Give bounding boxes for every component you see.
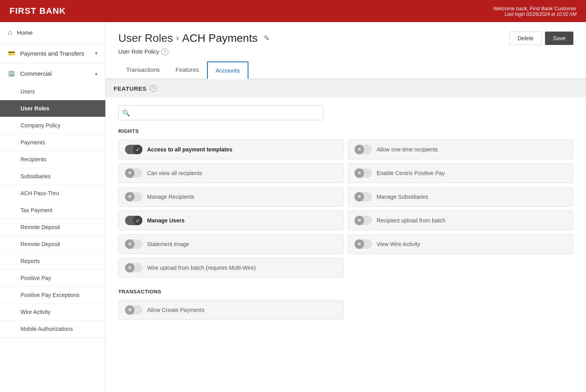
- features-title: FEATURES: [114, 85, 147, 92]
- breadcrumb-parent[interactable]: User Roles: [118, 32, 173, 45]
- sidebar: ⌂ Home 💳 Payments and Transfers ▾ 🏢 Comm…: [0, 22, 106, 392]
- sidebar-item-reports[interactable]: Reports: [0, 253, 105, 270]
- sidebar-item-users[interactable]: Users: [0, 83, 105, 100]
- toggle-label-recipient-upload: Recipient upload from batch: [377, 217, 445, 224]
- user-role-policy: User Role Policy ?: [106, 48, 586, 62]
- header-welcome: Welcome back, First Bank Customer Last l…: [493, 6, 577, 17]
- rights-title: RIGHTS: [118, 128, 573, 134]
- transactions-grid: ✕ Allow Create Payments: [118, 300, 573, 320]
- content-header: User Roles › ACH Payments ✎ Delete Save: [106, 22, 586, 48]
- chevron-down-icon: ▾: [95, 50, 97, 56]
- toggle-can-view-recipients[interactable]: ✕: [125, 168, 142, 178]
- toggle-statement-image[interactable]: ✕: [125, 239, 142, 249]
- list-item: ✓ Manage Users: [118, 211, 344, 230]
- search-icon: 🔍: [122, 109, 130, 117]
- list-item: ✕ Recipient upload from batch: [348, 211, 573, 230]
- toggle-access-payment-templates[interactable]: ✓: [125, 145, 142, 154]
- payments-icon: 💳: [8, 50, 15, 57]
- sidebar-item-wire-activity[interactable]: Wire Activity: [0, 304, 105, 321]
- sidebar-item-ach-pass-thru[interactable]: ACH Pass-Thru: [0, 185, 105, 202]
- toggle-manage-subsidiaries[interactable]: ✕: [355, 192, 372, 202]
- toggle-label-access-payment-templates: Access to all payment templates: [147, 146, 232, 153]
- sidebar-item-recipients[interactable]: Recipients: [0, 151, 105, 168]
- save-button[interactable]: Save: [545, 32, 573, 45]
- tab-transactions[interactable]: Transactions: [118, 62, 168, 79]
- main-content: User Roles › ACH Payments ✎ Delete Save …: [106, 22, 586, 392]
- list-item: ✕ Manage Recipients: [118, 187, 344, 207]
- sidebar-item-subsidiaries[interactable]: Subsidiaries: [0, 168, 105, 185]
- rights-grid: ✓ Access to all payment templates ✕ Allo…: [118, 140, 573, 278]
- breadcrumb-separator: ›: [176, 33, 179, 43]
- toggle-view-wire-activity[interactable]: ✕: [355, 239, 372, 249]
- list-item: ✕ Enable Centrix Positive Pay: [348, 163, 573, 183]
- commercial-icon: 🏢: [8, 70, 15, 77]
- edit-icon[interactable]: ✎: [264, 34, 270, 43]
- transactions-title: TRANSACTIONS: [118, 289, 573, 295]
- sidebar-item-company-policy[interactable]: Company Policy: [0, 117, 105, 134]
- features-help-icon[interactable]: ?: [150, 85, 157, 92]
- breadcrumb-current: ACH Payments: [182, 32, 258, 45]
- toggle-allow-one-time-recipients[interactable]: ✕: [355, 145, 372, 154]
- sidebar-section-payments: 💳 Payments and Transfers ▾: [0, 43, 105, 63]
- sidebar-commercial-header[interactable]: 🏢 Commercial ▴: [0, 63, 105, 83]
- list-item: ✕ Allow one-time recipients: [348, 140, 573, 159]
- chevron-up-icon: ▴: [95, 71, 97, 76]
- toggle-label-wire-upload: Wire upload from batch (requires Multi-W…: [147, 265, 256, 271]
- search-input-wrap: 🔍: [118, 105, 323, 120]
- delete-button[interactable]: Delete: [509, 32, 542, 45]
- sidebar-item-remote-deposit-1[interactable]: Remote Deposit: [0, 219, 105, 236]
- toggle-wire-upload[interactable]: ✕: [125, 263, 142, 273]
- toggle-label-allow-create-payments: Allow Create Payments: [147, 307, 205, 313]
- sidebar-commercial-label: Commercial: [20, 70, 52, 77]
- sidebar-commercial-sub-items: Users User Roles Company Policy Payments…: [0, 83, 105, 338]
- sidebar-payments-label: Payments and Transfers: [20, 50, 84, 57]
- breadcrumb: User Roles › ACH Payments ✎: [118, 32, 270, 45]
- toggle-manage-recipients[interactable]: ✕: [125, 192, 142, 202]
- sidebar-item-payments[interactable]: Payments: [0, 134, 105, 151]
- sidebar-item-user-roles[interactable]: User Roles: [0, 100, 105, 117]
- toggle-enable-centrix[interactable]: ✕: [355, 168, 372, 178]
- sidebar-item-home[interactable]: ⌂ Home: [0, 22, 105, 43]
- list-item: ✕ Wire upload from batch (requires Multi…: [118, 258, 344, 278]
- features-section: FEATURES ? 🔍 RIGHTS ✓: [106, 79, 586, 332]
- policy-help-icon[interactable]: ?: [161, 48, 168, 55]
- home-icon: ⌂: [8, 28, 12, 37]
- search-input[interactable]: [118, 105, 323, 120]
- list-item: ✓ Access to all payment templates: [118, 140, 344, 159]
- sidebar-item-mobile-authorizations[interactable]: Mobile Authorizations: [0, 321, 105, 338]
- content-actions: Delete Save: [509, 32, 573, 45]
- sidebar-home-label: Home: [17, 29, 33, 36]
- tab-accounts[interactable]: Accounts: [207, 62, 249, 79]
- toggle-recipient-upload[interactable]: ✕: [355, 216, 372, 225]
- tab-features[interactable]: Features: [168, 62, 207, 79]
- bank-logo: FIRST BANK: [9, 6, 66, 16]
- list-item: ✕ Can view all recipients: [118, 163, 344, 183]
- toggle-label-view-wire-activity: View Wire Activity: [377, 241, 420, 247]
- tabs-container: Transactions Features Accounts: [106, 62, 586, 79]
- sidebar-item-remote-deposit-2[interactable]: Remote Deposit: [0, 236, 105, 253]
- toggle-label-manage-subsidiaries: Manage Subsidiaries: [377, 194, 428, 200]
- toggle-label-allow-one-time-recipients: Allow one-time recipients: [377, 146, 438, 153]
- toggle-label-enable-centrix: Enable Centrix Positive Pay: [377, 170, 445, 176]
- policy-label: User Role Policy: [118, 49, 159, 55]
- sidebar-item-tax-payment[interactable]: Tax Payment: [0, 202, 105, 219]
- toggle-manage-users[interactable]: ✓: [125, 216, 142, 225]
- search-container: 🔍: [118, 105, 573, 120]
- main-layout: ⌂ Home 💳 Payments and Transfers ▾ 🏢 Comm…: [0, 22, 586, 392]
- app-header: FIRST BANK Welcome back, First Bank Cust…: [0, 0, 586, 22]
- sidebar-section-commercial: 🏢 Commercial ▴ Users User Roles Company …: [0, 63, 105, 338]
- list-item: ✕ Allow Create Payments: [118, 300, 344, 320]
- toggle-allow-create-payments[interactable]: ✕: [125, 305, 142, 315]
- toggle-label-manage-users: Manage Users: [147, 217, 185, 224]
- list-item: ✕ Statement Image: [118, 234, 344, 254]
- toggle-label-can-view-recipients: Can view all recipients: [147, 170, 202, 176]
- toggle-label-manage-recipients: Manage Recipients: [147, 194, 194, 200]
- sidebar-item-positive-pay[interactable]: Positive Pay: [0, 270, 105, 287]
- list-item: ✕ View Wire Activity: [348, 234, 573, 254]
- toggle-label-statement-image: Statement Image: [147, 241, 189, 247]
- list-item: ✕ Manage Subsidiaries: [348, 187, 573, 207]
- sidebar-item-positive-pay-exceptions[interactable]: Positive Pay Exceptions: [0, 287, 105, 304]
- sidebar-payments-header[interactable]: 💳 Payments and Transfers ▾: [0, 43, 105, 63]
- features-section-header: FEATURES ?: [106, 79, 586, 97]
